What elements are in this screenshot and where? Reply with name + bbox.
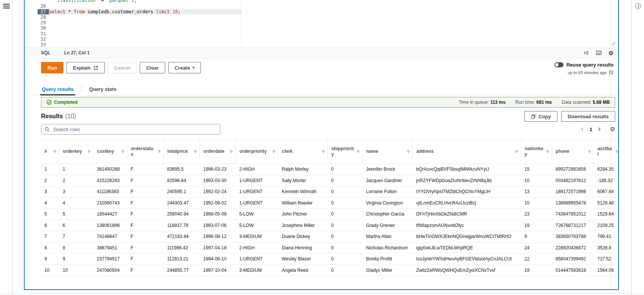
format-query-icon[interactable]	[583, 50, 589, 56]
editor-line-number: 29	[25, 20, 49, 26]
table-cell: F	[127, 231, 163, 243]
tab-query-results[interactable]: Query results	[41, 83, 74, 95]
column-filter-icon[interactable]: ▽	[122, 148, 124, 154]
table-cell: Duane Dickey	[278, 231, 327, 243]
column-filter-icon[interactable]: ▽	[588, 148, 590, 154]
table-cell: 7	[59, 231, 93, 243]
table-cell: 0	[327, 220, 362, 231]
column-header-orderdate[interactable]: orderdate▽	[199, 140, 235, 164]
search-rows-input[interactable]	[52, 126, 217, 133]
column-filter-icon[interactable]: ▽	[616, 148, 618, 154]
editor-active-line[interactable]: 27 select * from sampledb.customer_order…	[25, 9, 618, 15]
editor-line[interactable]: 29	[25, 20, 618, 26]
editor-resize-handle[interactable]	[611, 41, 616, 46]
table-cell: Wesley Blazer	[278, 254, 327, 265]
column-header-custkey[interactable]: custkey▽	[93, 140, 127, 164]
table-cell: 210560743	[93, 197, 127, 209]
column-header-orderstatus[interactable]: orderstatus▽	[127, 140, 163, 164]
editor-lines-below: 282930313233	[25, 14, 618, 47]
column-header-clerk[interactable]: clerk▽	[278, 140, 327, 164]
table-cell: William Reeder	[278, 197, 327, 209]
editor-line[interactable]: 28	[25, 14, 618, 20]
column-header-totalprice[interactable]: totalprice▽	[163, 140, 199, 164]
editor-line[interactable]: 32	[25, 36, 618, 42]
search-box[interactable]	[41, 124, 220, 135]
previous-page-icon[interactable]	[580, 127, 585, 132]
column-header-shippriority[interactable]: shippriority▽	[327, 140, 362, 164]
column-filter-icon[interactable]: ▽	[230, 148, 232, 154]
download-results-button[interactable]: Download results	[561, 111, 615, 122]
table-cell: 83695.5	[163, 164, 199, 175]
table-cell: 112813.21	[163, 254, 199, 265]
column-header-orderkey[interactable]: orderkey▽	[59, 140, 93, 164]
column-header-nationkey[interactable]: nationkey▽	[521, 140, 552, 164]
table-cell: 240595.1	[163, 186, 199, 198]
next-page-icon[interactable]	[597, 127, 601, 132]
column-filter-icon[interactable]: ▽	[357, 148, 359, 154]
column-header-label: name	[366, 149, 378, 154]
table-cell: ZwitzZeRWoQWHQuEmZyoiXCNxTvsf	[412, 265, 521, 276]
table-row: 1010247060504F244855.771997-10-043-MEDIU…	[41, 265, 618, 276]
column-filter-icon[interactable]: ▽	[407, 148, 409, 154]
column-header-orderpriority[interactable]: orderpriority▽	[235, 140, 278, 164]
editor-line[interactable]: 31	[25, 31, 618, 37]
keyboard-shortcuts-icon[interactable]	[596, 50, 602, 56]
column-header-label: address	[417, 149, 434, 154]
table-cell: 38679451	[93, 242, 127, 254]
table-cell: Ralph Morley	[278, 164, 327, 175]
table-cell: 2	[59, 175, 93, 186]
table-cell: Angela Reed	[278, 265, 327, 276]
table-cell: 0	[327, 231, 362, 243]
table-cell: 383650763788	[552, 231, 593, 243]
table-cell: Grady Grenier	[362, 220, 412, 231]
table-cell: 014447583618	[552, 265, 593, 276]
column-filter-icon[interactable]: ▽	[273, 148, 275, 154]
table-cell: 244303.47	[163, 197, 199, 209]
editor-line[interactable]: 33	[25, 42, 618, 48]
column-filter-icon[interactable]: ▽	[88, 148, 90, 154]
current-page-number[interactable]: 1	[589, 127, 592, 132]
column-filter-icon[interactable]: ▽	[194, 148, 196, 154]
column-filter-icon[interactable]: ▽	[322, 148, 324, 154]
run-button[interactable]: Run	[41, 62, 63, 73]
table-cell: vjtLnmEoCRLHvcRAcUvzIBzj	[412, 197, 521, 209]
sql-editor[interactable]: 'classification' = 'parquet'); 26 27 sel…	[25, 0, 618, 47]
table-cell: 1-URGENT	[235, 175, 278, 186]
column-header-acctbal[interactable]: acctbal▽	[593, 140, 618, 164]
column-header-name[interactable]: name▽	[362, 140, 412, 164]
table-row: 7774146847F472163.841996-08-123-MEDIUMDu…	[41, 231, 618, 243]
column-filter-icon[interactable]: ▽	[515, 148, 518, 154]
explain-button[interactable]: Explain	[66, 62, 104, 73]
table-cell: F	[127, 209, 163, 220]
column-filter-icon[interactable]: ▽	[158, 148, 160, 154]
editor-line[interactable]: 26	[25, 3, 618, 9]
reuse-query-results-toggle[interactable]	[554, 62, 564, 67]
table-preferences-gear-icon[interactable]: ⚙	[610, 126, 615, 132]
column-filter-icon[interactable]: ▽	[54, 148, 56, 154]
menu-icon[interactable]	[3, 4, 10, 9]
info-icon[interactable]: i	[635, 3, 641, 9]
table-row: 11361450268F83695.51996-03-232-HIGHRalph…	[41, 164, 618, 175]
editor-line[interactable]: 'classification' = 'parquet');	[25, 0, 618, 3]
editor-settings-gear-icon[interactable]: ⚙	[609, 50, 614, 56]
copy-button[interactable]: Copy	[524, 111, 557, 122]
table-cell: 244855.77	[163, 265, 199, 276]
table-cell: 1993-03-30	[199, 175, 235, 186]
table-cell: DFnTjHmXbDkZNdICMR	[412, 209, 521, 220]
table-cell: 0	[327, 197, 362, 209]
table-cell: 0	[327, 265, 362, 276]
table-cell: 138969955478	[552, 197, 593, 209]
table-cell: 6067.84	[593, 186, 618, 198]
table-cell: 1	[59, 164, 93, 175]
edit-icon[interactable]	[609, 70, 614, 75]
create-button[interactable]: Create ▾	[168, 62, 201, 73]
results-title: Results	[41, 113, 63, 120]
clear-button[interactable]: Clear	[140, 62, 165, 73]
table-cell: 258040.84	[163, 209, 199, 220]
column-header-phone[interactable]: phone▽	[552, 140, 593, 164]
column-header-index[interactable]: #▽	[41, 140, 59, 164]
editor-line[interactable]: 30	[25, 25, 618, 31]
tab-query-stats[interactable]: Query stats	[88, 83, 117, 95]
column-filter-icon[interactable]: ▽	[546, 148, 549, 154]
column-header-address[interactable]: address▽	[412, 140, 521, 164]
